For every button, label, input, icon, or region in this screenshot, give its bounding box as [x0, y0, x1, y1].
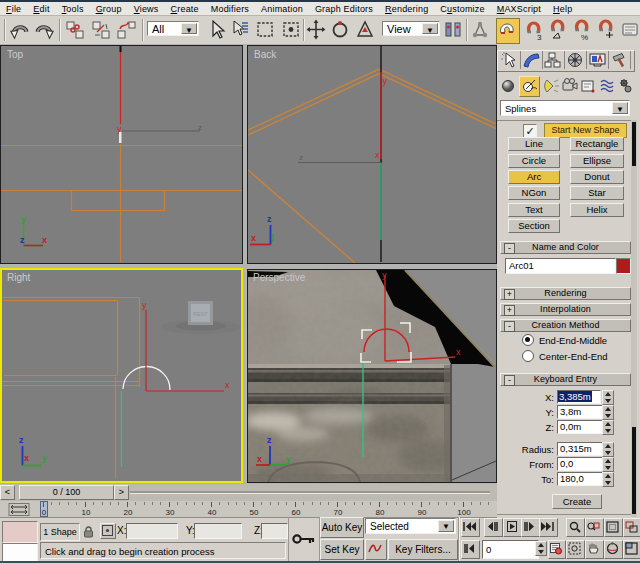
svg-text:100: 100: [457, 508, 471, 517]
svg-text:20: 20: [124, 508, 133, 517]
svg-text:30: 30: [166, 508, 175, 517]
svg-text:x: x: [257, 454, 262, 464]
svg-text:Back: Back: [254, 49, 277, 60]
svg-text:REST: REST: [193, 311, 208, 317]
svg-text:z: z: [20, 235, 25, 245]
svg-text:x: x: [42, 235, 47, 245]
svg-text:3: 3: [537, 33, 542, 41]
svg-text:z: z: [267, 214, 272, 224]
svg-text:y: y: [383, 76, 388, 86]
svg-text:x: x: [24, 453, 29, 463]
svg-text:x: x: [375, 150, 380, 160]
svg-text:y: y: [142, 300, 147, 310]
svg-text:10: 10: [82, 508, 91, 517]
svg-text:x: x: [225, 380, 230, 390]
svg-text:Top: Top: [7, 49, 24, 60]
svg-text:50: 50: [250, 508, 259, 517]
svg-text:0: 0: [42, 508, 47, 517]
svg-text:z: z: [299, 153, 303, 162]
svg-text:y: y: [21, 214, 26, 224]
svg-text:x: x: [251, 233, 256, 243]
svg-text:y: y: [382, 270, 387, 280]
svg-text:90: 90: [418, 508, 427, 517]
svg-text:y: y: [286, 454, 291, 464]
svg-text:Perspective: Perspective: [253, 272, 306, 283]
svg-text:z: z: [267, 435, 272, 445]
svg-text:y: y: [42, 453, 47, 463]
svg-text:%: %: [581, 33, 588, 41]
svg-text:80: 80: [376, 508, 385, 517]
svg-text:z: z: [19, 435, 24, 445]
svg-text:70: 70: [334, 508, 343, 517]
svg-text:60: 60: [292, 508, 301, 517]
svg-text:Right: Right: [7, 272, 31, 283]
svg-text:x: x: [456, 347, 461, 357]
svg-text:z: z: [198, 123, 202, 132]
svg-text:40: 40: [208, 508, 217, 517]
